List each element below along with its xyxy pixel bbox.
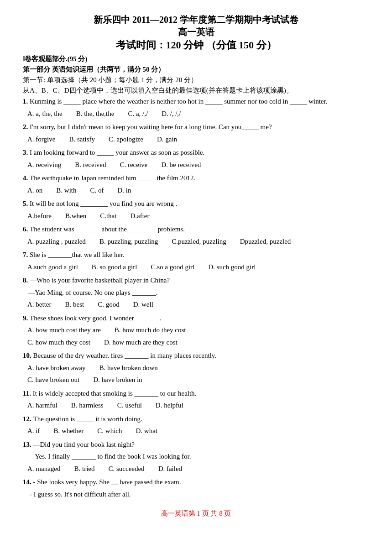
options-8: A. betterB. bestC. goodD. well — [27, 299, 369, 311]
question-12: 12. The question is _____ it is worth do… — [23, 413, 369, 437]
question-text-6: 6. The student was _______ about the ___… — [23, 224, 369, 235]
option: D. what — [136, 425, 158, 437]
question-11: 11. It is widely accepted that smoking i… — [23, 388, 369, 412]
option: D. failed — [158, 463, 182, 475]
option: A.before — [27, 210, 52, 222]
option-row: A. receivingB. receivedC. receiveD. be r… — [27, 159, 369, 171]
option-row: C. how much they costD. how much are the… — [27, 337, 369, 349]
options-7: A.such good a girlB. so good a girlC.so … — [27, 261, 369, 273]
options-5: A.beforeB.whenC.thatD.after — [27, 210, 369, 222]
option-row: A. forgiveB. satisfyC. apologizeD. gain — [27, 134, 369, 146]
question-6: 6. The student was _______ about the ___… — [23, 224, 369, 247]
option-row: A. how much cost they areB. how much do … — [27, 324, 369, 336]
option: B. tried — [74, 463, 94, 475]
option: C. apologize — [109, 134, 143, 146]
questions-container: 1. Kunming is _____ place where the weat… — [23, 96, 369, 500]
question-text-8: —Yao Ming, of course. No one plays _____… — [23, 287, 369, 299]
option: D. helpful — [156, 400, 183, 412]
question-3: 3. I am looking forward to _____ your an… — [23, 147, 369, 171]
question-text-2: 2. I'm sorry, but I didn't mean to keep … — [23, 121, 369, 133]
question-text-12: 12. The question is _____ it is worth do… — [23, 413, 369, 425]
options-6: A. puzzling , puzzledB. puzzling, puzzli… — [27, 236, 369, 248]
options-3: A. receivingB. receivedC. receiveD. be r… — [27, 159, 369, 171]
option: C. which — [97, 425, 122, 437]
option: B. so good a girl — [92, 261, 137, 273]
option-row: A. betterB. bestC. goodD. well — [27, 299, 369, 311]
question-text-14: - I guess so. It's not difficult after a… — [23, 489, 369, 501]
option: D. such good girl — [208, 261, 256, 273]
option: D. well — [133, 299, 153, 311]
option: D.after — [130, 210, 149, 222]
options-9: A. how much cost they areB. how much do … — [27, 324, 369, 348]
exam-title2: 高一英语 — [23, 26, 369, 38]
question-5: 5. It will be not long ________ you find… — [23, 198, 369, 222]
option: B.when — [65, 210, 86, 222]
question-text-3: 3. I am looking forward to _____ your an… — [23, 147, 369, 159]
question-text-1: 1. Kunming is _____ place where the weat… — [23, 96, 369, 108]
option-row: C. have broken outD. have broken in — [27, 374, 369, 386]
option: B. with — [56, 185, 76, 197]
part1-sub1-sec1: 第一节: 单项选择（共 20 小题；每小题 1 分，满分 20 分） — [23, 76, 369, 84]
options-1: A. a, the, theB. the, the,theC. a, /,/D.… — [27, 108, 369, 120]
part1-label: Ⅰ卷客观题部分.(95 分) — [23, 55, 369, 63]
option: A. forgive — [27, 134, 55, 146]
option: C.puzzled, puzzling — [172, 236, 226, 248]
option: A. how much cost they are — [27, 324, 101, 336]
part1-sub1: 第一部分 英语知识运用（共两节，满分 50 分） — [23, 65, 369, 74]
option: A. on — [27, 185, 42, 197]
options-12: A. ifB. whetherC. whichD. what — [27, 425, 369, 437]
option: A. if — [27, 425, 40, 437]
option: A.such good a girl — [27, 261, 78, 273]
option: A. better — [27, 299, 51, 311]
option: C.so a good girl — [151, 261, 194, 273]
option-row: A.such good a girlB. so good a girlC.so … — [27, 261, 369, 273]
option-row: A.beforeB.whenC.thatD.after — [27, 210, 369, 222]
option: A. puzzling , puzzled — [27, 236, 86, 248]
option: D. be received — [161, 159, 201, 171]
option: B. how much do they cost — [115, 324, 186, 336]
exam-title3: 考试时间：120 分钟 （分值 150 分） — [23, 38, 369, 52]
question-text-13: 13. —Did you find your book last night? — [23, 439, 369, 451]
option: Dpuzzled, puzzled — [240, 236, 291, 248]
question-text-14: 14. - She looks very happy. She __ have … — [23, 476, 369, 488]
option: D. how much are they cost — [104, 337, 178, 349]
question-text-7: 7. She is _______that we all like her. — [23, 249, 369, 261]
option: B. received — [75, 159, 106, 171]
option: C. succeeded — [108, 463, 144, 475]
option: C. useful — [117, 400, 142, 412]
option-row: A. have broken awayB. have broken down — [27, 362, 369, 374]
part1-instruction: 从A、B、C、D四个选项中，选出可以填入空白处的最佳选项(并在答题卡上将该项涂黑… — [23, 86, 369, 95]
footer-text: 高一英语第 1 页 共 8 页 — [161, 510, 231, 517]
options-4: A. onB. withC. ofD. in — [27, 185, 369, 197]
question-text-8: 8. —Who is your favorite basketball play… — [23, 275, 369, 287]
question-7: 7. She is _______that we all like her.A.… — [23, 249, 369, 273]
option: C. receive — [120, 159, 147, 171]
question-13: 13. —Did you find your book last night? … — [23, 439, 369, 475]
option: A. receiving — [27, 159, 61, 171]
page-footer: 高一英语第 1 页 共 8 页 — [23, 509, 369, 518]
exam-header: 新乐四中 2011—2012 学年度第二学期期中考试试卷 高一英语 考试时间：1… — [23, 14, 369, 52]
option: C. good — [98, 299, 120, 311]
option: C. a, /,/ — [128, 108, 148, 120]
question-10: 10. Because of the dry weather, fires __… — [23, 350, 369, 386]
option: A. harmful — [27, 400, 57, 412]
option: B. harmless — [71, 400, 104, 412]
option: A. have broken away — [27, 362, 85, 374]
options-2: A. forgiveB. satisfyC. apologizeD. gain — [27, 134, 369, 146]
option: A. managed — [27, 463, 60, 475]
option: D. gain — [157, 134, 177, 146]
option-row: A. onB. withC. ofD. in — [27, 185, 369, 197]
option: C. of — [90, 185, 104, 197]
question-text-9: 9. These shoes look very good. I wonder … — [23, 313, 369, 324]
options-11: A. harmfulB. harmlessC. usefulD. helpful — [27, 400, 369, 412]
question-text-13: —Yes. I finally _______ to find the book… — [23, 451, 369, 463]
question-2: 2. I'm sorry, but I didn't mean to keep … — [23, 121, 369, 145]
option-row: A. harmfulB. harmlessC. usefulD. helpful — [27, 400, 369, 412]
question-1: 1. Kunming is _____ place where the weat… — [23, 96, 369, 120]
option: D. /, /,/ — [162, 108, 181, 120]
option: B. whether — [54, 425, 84, 437]
option-row: A. puzzling , puzzledB. puzzling, puzzli… — [27, 236, 369, 248]
option: B. satisfy — [69, 134, 95, 146]
question-text-4: 4. The earthquake in Japan reminded him … — [23, 172, 369, 184]
options-10: A. have broken awayB. have broken downC.… — [27, 362, 369, 386]
